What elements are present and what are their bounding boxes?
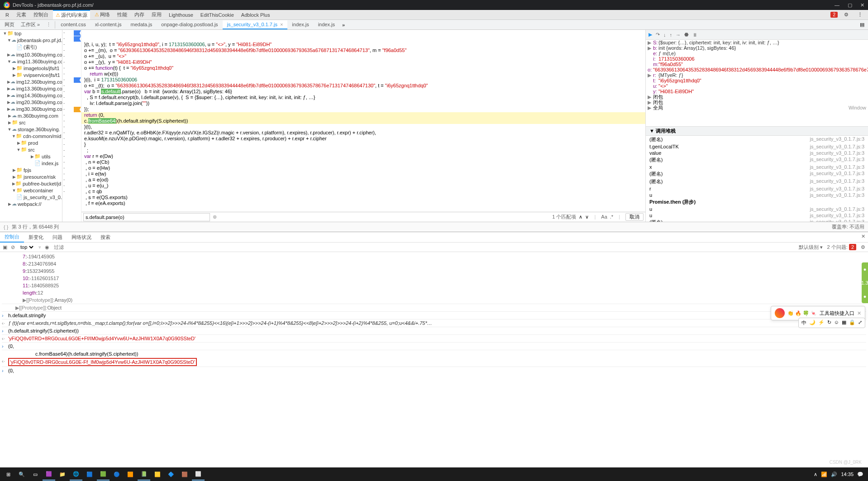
- minimize-button[interactable]: —: [835, 2, 839, 8]
- next-match-icon[interactable]: ∨: [585, 214, 589, 220]
- stack-frame[interactable]: xjs_security_v3_0.1.7.js:3: [646, 164, 868, 170]
- scope-variable[interactable]: o: "66393661306435352838486946f38312d456…: [646, 67, 868, 72]
- scope-variable[interactable]: i: 1713150360006: [646, 56, 868, 62]
- file-tab[interactable]: xl-content.js: [91, 20, 126, 29]
- clock[interactable]: 14:35: [841, 471, 854, 477]
- console-tab[interactable]: 网络状况: [67, 233, 96, 242]
- tree-item[interactable]: 📄(索引): [0, 43, 62, 51]
- tree-item[interactable]: ▶☁img10.360buyimg.co: [0, 51, 62, 58]
- menu-tab-7[interactable]: 应用: [149, 10, 164, 19]
- stack-frame[interactable]: (匿名)js_security_v3_0.1.7.js:3: [646, 156, 868, 164]
- tree-item[interactable]: ▼📁cdn-common/mid: [0, 133, 62, 139]
- breakpoint-marker[interactable]: [74, 36, 81, 42]
- close-button[interactable]: ✕: [860, 2, 864, 8]
- grid-icon[interactable]: ▦: [842, 319, 846, 326]
- menu-tab-9[interactable]: EditThisCookie: [198, 11, 237, 19]
- breakpoint-marker[interactable]: [74, 77, 81, 83]
- step-icon[interactable]: →: [676, 32, 681, 38]
- filter-input[interactable]: [53, 243, 89, 251]
- task-view-icon[interactable]: ▭: [29, 468, 42, 481]
- step-out-icon[interactable]: ↑: [670, 32, 672, 38]
- eye-icon[interactable]: ◉: [45, 244, 49, 250]
- level-filter[interactable]: 默认级别 ▾: [799, 244, 823, 251]
- stack-frame[interactable]: valuejs_security_v3_0.1.7.js:3: [646, 150, 868, 156]
- file-tab[interactable]: medata.js: [126, 20, 157, 29]
- tree-item[interactable]: 📄js_security_v3_0.: [0, 194, 62, 200]
- tree-item[interactable]: ▼☁jdbeantask-pro.pf.jd.: [0, 37, 62, 43]
- start-icon[interactable]: ⊞: [2, 468, 14, 481]
- app-icon-5[interactable]: 🟧: [124, 468, 137, 481]
- tree-item[interactable]: ▼☁img11.360buyimg.co: [0, 58, 62, 65]
- menu-tab-2[interactable]: 控制台: [31, 10, 51, 19]
- breakpoint-marker[interactable]: [74, 30, 81, 36]
- console-tab[interactable]: 控制台: [0, 232, 24, 243]
- scope-variable[interactable]: t: "i6y65zgnq1tthdq0": [646, 78, 868, 83]
- close-drawer-icon[interactable]: ✕: [861, 233, 865, 239]
- closure-row[interactable]: ▶闭包: [646, 94, 868, 100]
- tree-item[interactable]: ▼📁webcontainer: [0, 187, 62, 194]
- tree-item[interactable]: ▼📁src: [0, 146, 62, 153]
- stack-frame[interactable]: (匿名)js_security_v3_0.1.7.js:3: [646, 170, 868, 178]
- smile-icon[interactable]: ☺: [834, 319, 839, 326]
- regex-icon[interactable]: .*: [610, 214, 613, 220]
- tree-item[interactable]: ▶📁src: [0, 119, 62, 126]
- menu-tab-8[interactable]: Lighthouse: [166, 11, 196, 19]
- search-input[interactable]: [83, 213, 210, 221]
- stack-frame[interactable]: rjs_security_v3_0.1.7.js:3: [646, 186, 868, 192]
- stack-frame[interactable]: ujs_security_v3_0.1.7.js:3: [646, 206, 868, 212]
- code-editor[interactable]: }(t, i, u, y); t = "i6y65zgnq1tthdq0", i…: [81, 30, 645, 222]
- app-icon-4[interactable]: 🔵: [110, 468, 123, 481]
- console-settings-icon[interactable]: ⚙: [861, 244, 865, 250]
- workspace-tab[interactable]: 工作区 »: [18, 20, 43, 29]
- app-icon-10[interactable]: ⬜: [192, 468, 205, 481]
- menu-tab-1[interactable]: 元素: [14, 10, 29, 19]
- tree-item[interactable]: ▶📁imagetools/jfs/t1: [0, 65, 62, 71]
- error-badge[interactable]: 2: [830, 12, 838, 18]
- refresh-icon[interactable]: ↻: [827, 319, 831, 326]
- clear-search-icon[interactable]: ⊗: [213, 214, 217, 220]
- app-icon[interactable]: 🟪: [43, 468, 55, 481]
- menu-tab-5[interactable]: 性能: [114, 10, 130, 19]
- scope-variable[interactable]: ▶S: {$super: {…}, ciphertext: init, key:…: [646, 40, 868, 45]
- wifi-icon[interactable]: 📶: [821, 471, 827, 477]
- tree-item[interactable]: ▶📁jsresource/risk: [0, 173, 62, 180]
- console-tab[interactable]: 搜索: [96, 233, 115, 242]
- file-tab[interactable]: index.js: [287, 20, 313, 29]
- app-icon-3[interactable]: 🟩: [97, 468, 110, 481]
- tree-item[interactable]: ▼☁storage.360buying.: [0, 126, 62, 133]
- tree-item[interactable]: ▶☁img14.360buyimg.co: [0, 92, 62, 99]
- pause-on-exceptions-icon[interactable]: ⏸: [692, 32, 697, 38]
- app-icon-2[interactable]: 🟦: [83, 468, 96, 481]
- tooltip-close-icon[interactable]: ✕: [857, 310, 861, 316]
- sidebar-toggle-icon[interactable]: ▣: [3, 244, 7, 250]
- resume-icon[interactable]: ▶: [649, 32, 652, 38]
- tree-item[interactable]: ▼📁top: [0, 30, 62, 37]
- toolbox-icon[interactable]: 中: [801, 319, 806, 326]
- volume-icon[interactable]: 🔊: [831, 471, 837, 477]
- tree-item[interactable]: ▶📁fpjs: [0, 167, 62, 173]
- tree-item[interactable]: 📄index.js: [0, 160, 62, 167]
- app-icon-6[interactable]: 📗: [138, 468, 150, 481]
- lock-icon[interactable]: 🔒: [849, 319, 855, 326]
- file-tab[interactable]: onpage-dialog.postload.js: [157, 20, 222, 29]
- stack-frame[interactable]: (匿名)js_security_v3_0.1.7.js:3: [646, 136, 868, 143]
- toolbox-icons-row[interactable]: 中 🌙 ⚡ ↻ ☺ ▦ 🔒 ⤢: [798, 318, 865, 328]
- maximize-button[interactable]: ▢: [848, 2, 852, 8]
- tree-item[interactable]: ▶☁img12.360buyimg.co: [0, 78, 62, 85]
- closure-row[interactable]: ▶闭包: [646, 100, 868, 105]
- callstack-header[interactable]: ▼ 调用堆栈: [646, 126, 868, 136]
- tree-item[interactable]: ▶📁pubfree-bucket/jd: [0, 180, 62, 187]
- notification-icon[interactable]: 💬: [857, 471, 863, 477]
- reader-icon[interactable]: ▤: [860, 22, 864, 28]
- cancel-button[interactable]: 取消: [625, 213, 644, 221]
- menu-tab-3[interactable]: 源代码/来源: [53, 10, 90, 19]
- tree-item[interactable]: ▶📁vvipservice/jfs/t1: [0, 71, 62, 78]
- scope-variable[interactable]: y: "Hi081-Ei89DH": [646, 89, 868, 94]
- scope-variable[interactable]: e: ƒ m(t,e): [646, 51, 868, 56]
- explorer-icon[interactable]: 📁: [56, 468, 69, 481]
- breakpoint-gutter[interactable]: ----------------------------: [62, 30, 81, 222]
- step-into-icon[interactable]: ↓: [663, 32, 666, 38]
- system-tray[interactable]: ∧ 📶 🔊 14:35 💬: [814, 471, 866, 477]
- stack-frame[interactable]: (匿名)js_security_v3_0.1.7.js:3: [646, 178, 868, 186]
- stack-frame[interactable]: t.genLocalTKjs_security_v3_0.1.7.js:3: [646, 143, 868, 150]
